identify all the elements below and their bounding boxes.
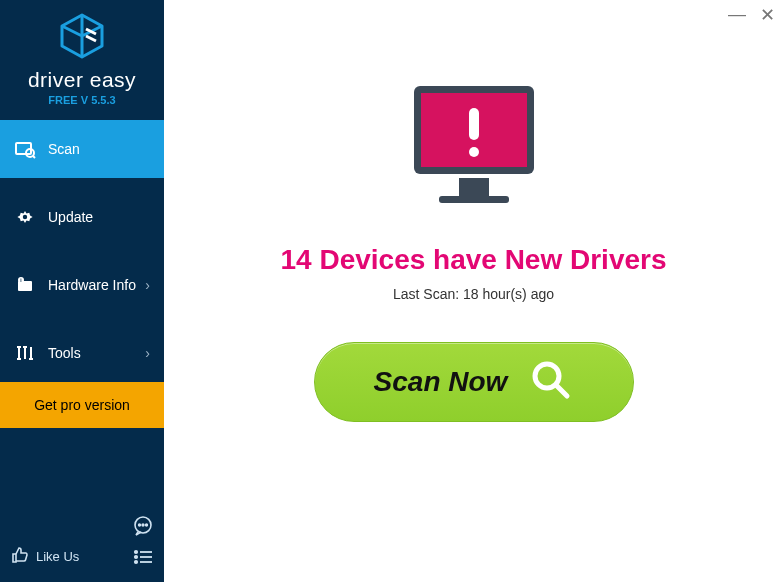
svg-point-21: [469, 147, 479, 157]
sidebar-item-label: Update: [48, 209, 150, 225]
svg-point-8: [142, 524, 144, 526]
svg-point-9: [146, 524, 148, 526]
svg-rect-18: [459, 178, 489, 196]
app-version: FREE V 5.5.3: [0, 94, 164, 106]
svg-point-12: [135, 555, 137, 557]
minimize-button[interactable]: —: [728, 4, 746, 26]
svg-line-23: [556, 385, 567, 396]
close-button[interactable]: ✕: [760, 4, 775, 26]
svg-rect-20: [469, 108, 479, 140]
sidebar-item-scan[interactable]: Scan: [0, 120, 164, 178]
thumbs-up-icon: [10, 545, 30, 568]
last-scan-label: Last Scan: 18 hour(s) ago: [393, 286, 554, 302]
svg-point-7: [139, 524, 141, 526]
scan-now-button[interactable]: Scan Now: [314, 342, 634, 422]
sidebar-bottom: Like Us: [0, 505, 164, 582]
svg-point-14: [135, 560, 137, 562]
scan-now-label: Scan Now: [374, 366, 508, 398]
logo-area: driver easy FREE V 5.5.3: [0, 0, 164, 114]
scan-icon: [14, 138, 36, 160]
sidebar-item-tools[interactable]: Tools ›: [0, 324, 164, 382]
like-us-button[interactable]: Like Us: [10, 545, 79, 568]
app-window: driver easy FREE V 5.5.3 Scan: [0, 0, 783, 582]
hardware-info-icon: i: [14, 274, 36, 296]
main-panel: — ✕ 14 Devices have New Drivers Last Sca…: [164, 0, 783, 582]
sidebar-item-hardware-info[interactable]: i Hardware Info ›: [0, 256, 164, 314]
like-us-label: Like Us: [36, 549, 79, 564]
sidebar-item-label: Scan: [48, 141, 150, 157]
svg-line-2: [33, 156, 35, 158]
chevron-right-icon: ›: [145, 345, 150, 361]
sidebar-item-label: Hardware Info: [48, 277, 145, 293]
sidebar-item-label: Tools: [48, 345, 145, 361]
get-pro-label: Get pro version: [34, 397, 130, 413]
chevron-right-icon: ›: [145, 277, 150, 293]
magnifier-icon: [529, 358, 573, 406]
get-pro-button[interactable]: Get pro version: [0, 382, 164, 428]
gear-icon: [14, 206, 36, 228]
tools-icon: [14, 342, 36, 364]
svg-rect-19: [439, 196, 509, 203]
logo-icon: [56, 12, 108, 64]
svg-point-10: [135, 550, 137, 552]
nav: Scan Update i: [0, 120, 164, 428]
alert-monitor-icon: [399, 78, 549, 222]
sidebar-item-update[interactable]: Update: [0, 188, 164, 246]
headline: 14 Devices have New Drivers: [280, 244, 666, 276]
app-title: driver easy: [0, 68, 164, 92]
window-controls: — ✕: [728, 4, 775, 26]
sidebar: driver easy FREE V 5.5.3 Scan: [0, 0, 164, 582]
feedback-icon[interactable]: [132, 515, 154, 537]
menu-list-icon[interactable]: [132, 546, 154, 568]
